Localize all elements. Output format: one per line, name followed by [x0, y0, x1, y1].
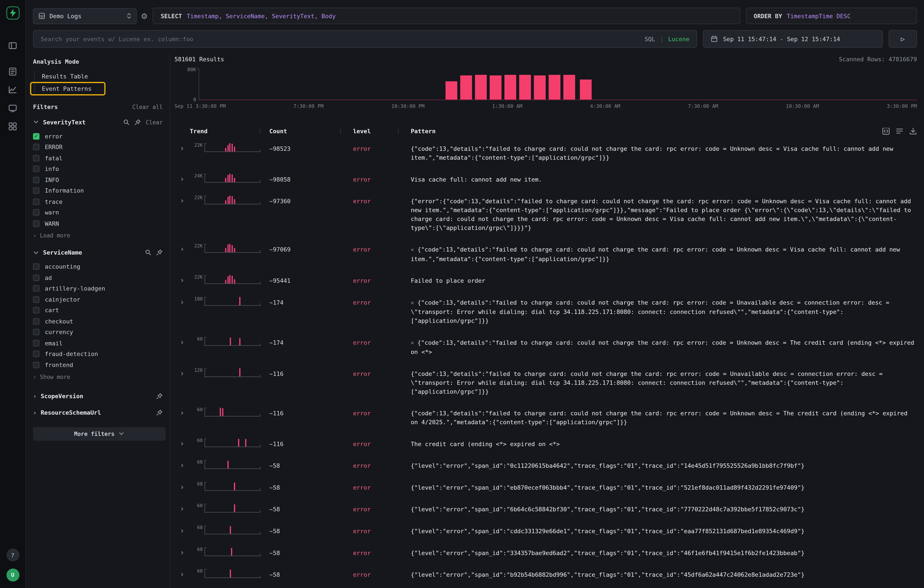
filter-option-checkout[interactable]: checkout	[33, 316, 165, 327]
header-count[interactable]: Count ⋮	[265, 128, 346, 134]
checkbox[interactable]	[33, 285, 40, 292]
checkbox[interactable]	[33, 264, 40, 270]
clear-group-button[interactable]: Clear	[146, 119, 163, 125]
checkbox[interactable]	[33, 155, 40, 161]
filter-option-fatal[interactable]: fatal	[33, 153, 165, 163]
filter-option-trace[interactable]: trace	[33, 196, 165, 207]
expand-chevron-icon[interactable]: ›	[175, 298, 190, 306]
checkbox[interactable]	[33, 329, 40, 335]
mode-item-results-table[interactable]: Results Table	[35, 71, 94, 82]
mode-item-event-patterns[interactable]: Event Patterns	[30, 82, 106, 96]
expand-chevron-icon[interactable]: ›	[175, 483, 190, 491]
search-icon[interactable]	[123, 119, 130, 125]
download-icon[interactable]	[909, 128, 917, 135]
chevron-down-icon[interactable]	[33, 119, 39, 125]
pattern-row[interactable]: › 60 ~58 error {"level":"error","span_id…	[175, 542, 917, 564]
pattern-row[interactable]: › 22K ~98523 error {"code":13,"details":…	[175, 138, 917, 168]
expand-chevron-icon[interactable]: ›	[175, 548, 190, 557]
expand-chevron-icon[interactable]: ›	[175, 527, 190, 535]
pattern-row[interactable]: › 24K ~98058 error Visa cache full: cann…	[175, 168, 917, 191]
search-input[interactable]	[41, 36, 640, 42]
pattern-row[interactable]: › 60 ~58 error {"level":"error","span_id…	[175, 520, 917, 542]
checkbox[interactable]	[33, 209, 40, 216]
gear-icon[interactable]: ⚙	[141, 12, 148, 20]
bolt-logo-icon[interactable]	[6, 7, 19, 20]
checkbox[interactable]	[33, 307, 40, 313]
checkbox[interactable]	[33, 275, 40, 281]
expand-chevron-icon[interactable]: ›	[175, 144, 190, 153]
pattern-row[interactable]: › 60 ~116 error The credit card (ending …	[175, 433, 917, 455]
code-view-icon[interactable]	[882, 128, 890, 135]
terminal-icon[interactable]	[5, 101, 20, 115]
checkbox[interactable]	[33, 351, 40, 357]
filter-option-cainjector[interactable]: cainjector	[33, 294, 165, 305]
expand-chevron-icon[interactable]: ›	[175, 505, 190, 513]
filter-option-artillery-loadgen[interactable]: artillery-loadgen	[33, 283, 165, 294]
expand-chevron-icon[interactable]: ›	[175, 245, 190, 253]
source-select[interactable]: Demo Logs	[33, 8, 137, 24]
checkbox[interactable]	[33, 362, 40, 368]
filter-option-accounting[interactable]: accounting	[33, 261, 165, 272]
header-trend[interactable]: Trend ⋮	[190, 128, 265, 134]
expand-chevron-icon[interactable]: ›	[175, 440, 190, 448]
pattern-row[interactable]: › 60 ~58 error {"level":"error","span_id…	[175, 564, 917, 586]
filter-option-info[interactable]: info	[33, 163, 165, 175]
clear-all-button[interactable]: Clear all	[132, 104, 163, 110]
filter-option-cart[interactable]: cart	[33, 305, 165, 316]
pin-icon[interactable]	[156, 249, 163, 256]
pattern-row[interactable]: › 180 ~174 error ×{"code":13,"details":"…	[175, 292, 917, 332]
checkbox[interactable]: ✓	[33, 133, 40, 140]
date-range-picker[interactable]: Sep 11 15:47:14 - Sep 12 15:47:14	[703, 30, 883, 48]
checkbox[interactable]	[33, 318, 40, 324]
checkbox[interactable]	[33, 176, 40, 183]
expand-chevron-icon[interactable]: ›	[175, 570, 190, 578]
filter-group-name[interactable]: SeverityText	[43, 119, 119, 125]
checkbox[interactable]	[33, 166, 40, 172]
column-drag-handle-icon[interactable]: ⋮	[396, 128, 401, 134]
expand-chevron-icon[interactable]: ›	[175, 338, 190, 346]
column-drag-handle-icon[interactable]: ⋮	[257, 128, 263, 134]
checkbox[interactable]	[33, 340, 40, 346]
pattern-row[interactable]: › 60 ~58 error {"level":"error","span_id…	[175, 499, 917, 520]
mode-toggle-lucene[interactable]: Lucene	[668, 36, 689, 42]
expand-chevron-icon[interactable]: ›	[175, 175, 190, 183]
mode-toggle-sql[interactable]: SQL	[645, 36, 655, 42]
pin-icon[interactable]	[135, 119, 141, 125]
filter-option-WARN[interactable]: WARN	[33, 218, 165, 229]
filter-group-name[interactable]: ServiceName	[43, 249, 141, 256]
order-by-input[interactable]: ORDER BY TimestampTime DESC	[746, 8, 917, 24]
more-filters-button[interactable]: More filters	[33, 427, 165, 440]
filter-option-warn[interactable]: warn	[33, 207, 165, 218]
filter-option-email[interactable]: email	[33, 338, 165, 348]
filter-option-error[interactable]: ✓ error	[33, 131, 165, 142]
pin-icon[interactable]	[156, 410, 163, 416]
pattern-row[interactable]: › 60 ~116 error {"code":13,"details":"fa…	[175, 402, 917, 433]
column-drag-handle-icon[interactable]: ⋮	[338, 128, 343, 134]
checkbox[interactable]	[33, 296, 40, 303]
pattern-row[interactable]: › 120 ~116 error {"code":13,"details":"f…	[175, 363, 917, 402]
pattern-row[interactable]: › 22K ~95441 error Failed to place order	[175, 270, 917, 292]
filter-option-currency[interactable]: currency	[33, 327, 165, 338]
checkbox[interactable]	[33, 188, 40, 194]
checkbox[interactable]	[33, 220, 40, 227]
checkbox[interactable]	[33, 198, 40, 205]
logs-icon[interactable]	[5, 64, 20, 78]
run-query-button[interactable]: ▷	[889, 30, 917, 48]
pin-icon[interactable]	[156, 393, 163, 400]
filter-option-ad[interactable]: ad	[33, 272, 165, 283]
expand-chevron-icon[interactable]: ›	[175, 461, 190, 469]
filter-option-INFO[interactable]: INFO	[33, 175, 165, 185]
pattern-row[interactable]: › 22K ~97069 error ×{"code":13,"details"…	[175, 239, 917, 270]
expand-chevron-icon[interactable]: ›	[175, 276, 190, 285]
pattern-row[interactable]: › 22K ~97360 error {"error":{"code":13,"…	[175, 190, 917, 239]
search-icon[interactable]	[145, 249, 152, 256]
help-button[interactable]: ?	[6, 548, 19, 562]
filter-option-frontend[interactable]: frontend	[33, 359, 165, 370]
show-more-button[interactable]: › Show more	[33, 372, 165, 382]
user-avatar[interactable]: U	[6, 568, 19, 581]
chart-icon[interactable]	[5, 82, 20, 97]
expand-chevron-icon[interactable]: ›	[175, 409, 190, 417]
table-options-icon[interactable]	[896, 128, 903, 135]
sql-query-input[interactable]: SELECT Timestamp, ServiceName, SeverityT…	[152, 8, 740, 24]
expand-chevron-icon[interactable]: ›	[175, 197, 190, 205]
